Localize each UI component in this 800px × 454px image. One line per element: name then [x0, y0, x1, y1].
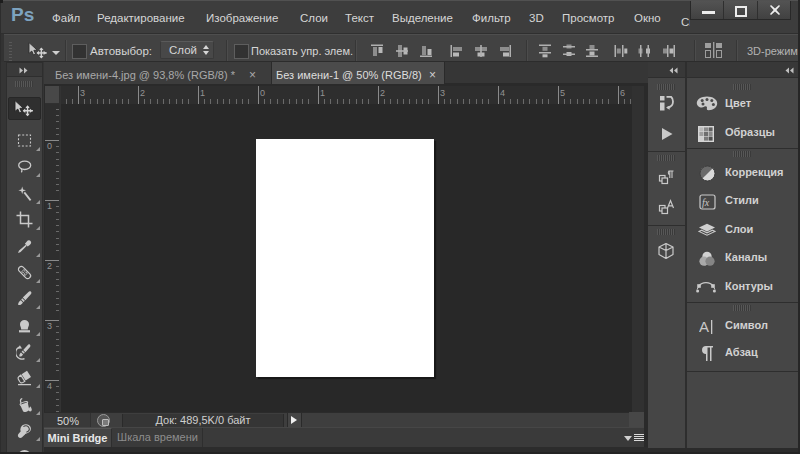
svg-text:A: A	[699, 318, 709, 335]
svg-text:fx: fx	[702, 197, 710, 208]
